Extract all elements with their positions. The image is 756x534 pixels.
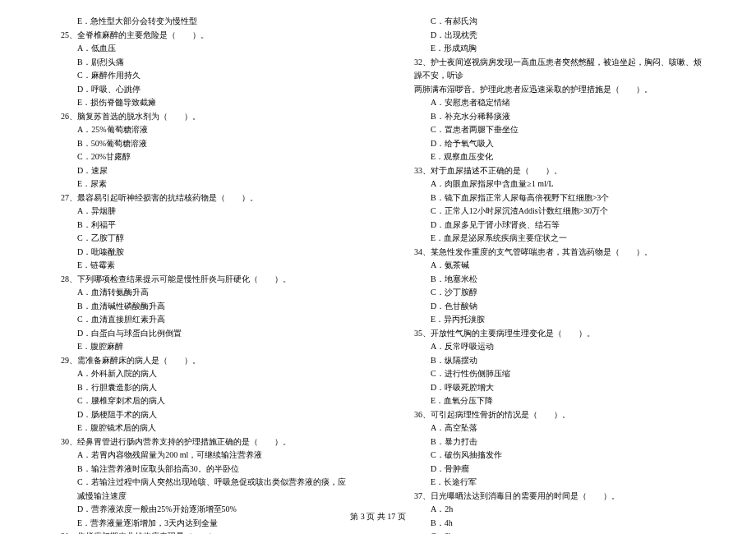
- left-column: E．急性型大部分会转变为慢性型 25、全脊椎麻醉的主要危险是（ ）。 A．低血压…: [49, 15, 353, 534]
- option: D．吡嗪酰胺: [49, 246, 353, 260]
- option: C．麻醉作用持久: [49, 69, 353, 83]
- question-stem: 29、需准备麻醉床的病人是（ ）。: [49, 354, 353, 368]
- stem-text: 开放性气胸的主要病理生理变化是（ ）。: [431, 329, 595, 338]
- option: C．沙丁胺醇: [403, 286, 707, 300]
- option: C．有郝氏沟: [403, 15, 707, 29]
- option: C．20%甘露醇: [49, 150, 353, 164]
- stem-text: 某急性发作重度的支气管哮喘患者，其首选药物是（ ）。: [431, 247, 652, 256]
- question-number: 35、: [414, 329, 431, 338]
- option: A．肉眼血尿指尿中含血量≥1 ml/L: [403, 177, 707, 191]
- stem-text: 需准备麻醉床的病人是（ ）。: [77, 356, 201, 365]
- option: D．呼吸死腔增大: [403, 381, 707, 395]
- stem-text: 最容易引起听神经损害的抗结核药物是（ ）。: [77, 193, 258, 202]
- question-number: 36、: [414, 410, 431, 419]
- option: A．外科新入院的病人: [49, 367, 353, 381]
- option: E．链霉素: [49, 259, 353, 273]
- option: C．若输注过程中病人突然出现呛咳、呼吸急促或咳出类似营养液的痰，应减慢输注速度: [49, 476, 353, 503]
- option: E．损伤脊髓导致截瘫: [49, 96, 353, 110]
- stem-text: 护士夜间巡视病房发现一高血压患者突然憋醒，被迫坐起，胸闷、咳嗽、烦躁不安，听诊: [414, 58, 702, 81]
- option: B．镜下血尿指正常人尿每高倍视野下红细胞>3个: [403, 191, 707, 205]
- option: B．利福平: [49, 219, 353, 232]
- question-number: 37、: [414, 491, 431, 500]
- option: D．呼吸、心跳停: [49, 83, 353, 97]
- option: A．氨茶碱: [403, 259, 707, 273]
- option: E．形成鸡胸: [403, 42, 707, 56]
- question-stem: 35、开放性气胸的主要病理生理变化是（ ）。: [403, 327, 707, 341]
- option: B．暴力打击: [403, 435, 707, 449]
- question-stem: 34、某急性发作重度的支气管哮喘患者，其首选药物是（ ）。: [403, 246, 707, 260]
- stem-text: 全脊椎麻醉的主要危险是（ ）。: [77, 30, 209, 39]
- option: E．急性型大部分会转变为慢性型: [49, 15, 353, 29]
- option: E．血氧分压下降: [403, 394, 707, 408]
- option: A．异烟肼: [49, 205, 353, 219]
- option: C．破伤风抽搐发作: [403, 449, 707, 463]
- option: B．50%葡萄糖溶液: [49, 137, 353, 151]
- question-number: 27、: [61, 193, 77, 202]
- option: E．腹腔麻醉: [49, 340, 353, 354]
- option: C．正常人12小时尿沉渣Addis计数红细胞>30万个: [403, 205, 707, 219]
- stem-text: 可引起病理性骨折的情况是（ ）。: [431, 410, 570, 419]
- question-stem: 31、佝偻病初期患儿的临床表现是（ ）。: [49, 530, 353, 534]
- option: E．异丙托溴胺: [403, 313, 707, 327]
- option: D．骨肿瘤: [403, 463, 707, 476]
- option: B．纵隔摆动: [403, 354, 707, 368]
- stem-text: 经鼻胃管进行肠内营养支持的护理措施正确的是（ ）。: [77, 437, 291, 446]
- option: A．安慰患者稳定情绪: [403, 96, 707, 110]
- option: E．尿素: [49, 177, 353, 191]
- question-stem: 30、经鼻胃管进行肠内营养支持的护理措施正确的是（ ）。: [49, 435, 353, 449]
- question-number: 34、: [414, 247, 431, 256]
- question-stem: 36、可引起病理性骨折的情况是（ ）。: [403, 408, 707, 422]
- stem-text: 对于血尿描述不正确的是（ ）。: [431, 166, 562, 175]
- option: D．出现枕秃: [403, 29, 707, 43]
- question-number: 33、: [414, 166, 431, 175]
- option: A．反常呼吸运动: [403, 340, 707, 354]
- option: C．腰椎穿刺术后的病人: [49, 394, 353, 408]
- question-stem: 25、全脊椎麻醉的主要危险是（ ）。: [49, 29, 353, 43]
- option: E．长途行军: [403, 476, 707, 490]
- question-number: 26、: [61, 112, 77, 121]
- option: B．地塞米松: [403, 273, 707, 287]
- option: B．行胆囊造影的病人: [49, 381, 353, 395]
- option: A．25%葡萄糖溶液: [49, 123, 353, 137]
- option: E．观察血压变化: [403, 150, 707, 164]
- page-body: E．急性型大部分会转变为慢性型 25、全脊椎麻醉的主要危险是（ ）。 A．低血压…: [0, 0, 756, 534]
- question-number: 28、: [61, 274, 77, 283]
- question-stem: 27、最容易引起听神经损害的抗结核药物是（ ）。: [49, 191, 353, 205]
- question-stem: 37、日光曝晒法达到消毒目的需要用的时间是（ ）。: [403, 490, 707, 504]
- option: C．置患者两腿下垂坐位: [403, 123, 707, 137]
- stem-text: 日光曝晒法达到消毒目的需要用的时间是（ ）。: [431, 491, 620, 500]
- question-stem: 28、下列哪项检查结果提示可能是慢性肝炎与肝硬化（ ）。: [49, 273, 353, 287]
- option: D．速尿: [49, 164, 353, 178]
- option: C．进行性伤侧肺压缩: [403, 367, 707, 381]
- question-stem: 26、脑复苏首选的脱水剂为（ ）。: [49, 110, 353, 124]
- option: C．6h: [403, 530, 707, 534]
- option: A．高空坠落: [403, 421, 707, 435]
- option: A．若胃内容物残留量为200 ml，可继续输注营养液: [49, 449, 353, 463]
- option: D．肠梗阻手术的病人: [49, 408, 353, 422]
- option: E．血尿是泌尿系统疾病主要症状之一: [403, 232, 707, 246]
- option: D．白蛋白与球蛋白比例倒置: [49, 327, 353, 341]
- stem-text: 脑复苏首选的脱水剂为（ ）。: [77, 112, 201, 121]
- option: C．血清直接胆红素升高: [49, 313, 353, 327]
- option: D．血尿多见于肾小球肾炎、结石等: [403, 219, 707, 232]
- question-number: 25、: [61, 30, 77, 39]
- question-number: 32、: [414, 58, 431, 67]
- page-footer: 第 3 页 共 17 页: [0, 511, 756, 522]
- right-column: C．有郝氏沟 D．出现枕秃 E．形成鸡胸 32、护士夜间巡视病房发现一高血压患者…: [403, 15, 707, 534]
- stem-continuation: 两肺满布湿啰音。护理此患者应迅速采取的护理措施是（ ）。: [403, 83, 707, 97]
- option: B．血清碱性磷酸酶升高: [49, 300, 353, 314]
- option: C．乙胺丁醇: [49, 232, 353, 246]
- question-stem: 33、对于血尿描述不正确的是（ ）。: [403, 164, 707, 178]
- question-number: 30、: [61, 437, 77, 446]
- option: B．输注营养液时应取头部抬高30。的半卧位: [49, 463, 353, 476]
- option: A．血清转氨酶升高: [49, 286, 353, 300]
- option: A．低血压: [49, 42, 353, 56]
- question-number: 29、: [61, 356, 77, 365]
- option: D．色甘酸钠: [403, 300, 707, 314]
- option: E．腹腔镜术后的病人: [49, 421, 353, 435]
- option: B．剧烈头痛: [49, 56, 353, 70]
- option: B．补充水分稀释痰液: [403, 110, 707, 124]
- stem-text: 下列哪项检查结果提示可能是慢性肝炎与肝硬化（ ）。: [77, 274, 291, 283]
- option: D．给予氧气吸入: [403, 137, 707, 151]
- question-stem: 32、护士夜间巡视病房发现一高血压患者突然憋醒，被迫坐起，胸闷、咳嗽、烦躁不安，…: [403, 56, 707, 83]
